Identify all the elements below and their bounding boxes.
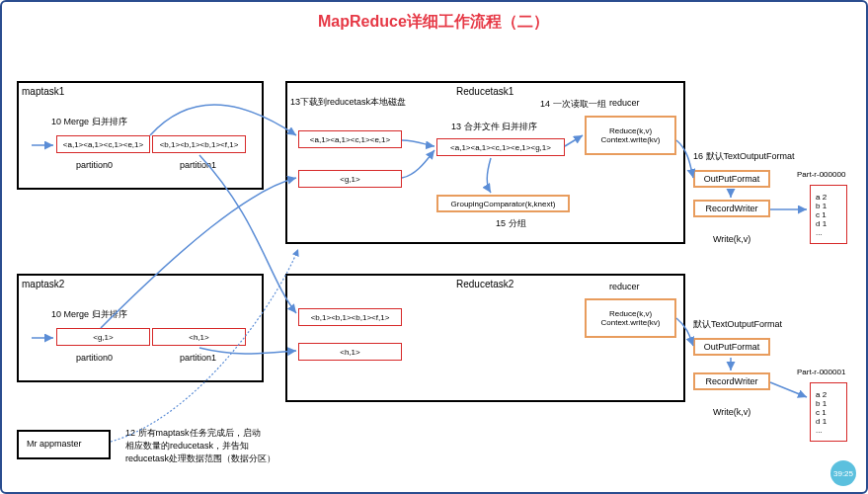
maptask1-part0-data: <a,1><a,1><c,1><e,1> xyxy=(56,135,150,153)
rt2-box1: <b,1><b,1><b,1><f,1> xyxy=(298,308,402,326)
maptask1-merge-label: 10 Merge 归并排序 xyxy=(51,116,127,128)
rt1-grouping: GroupingComparator(k,knext) xyxy=(436,195,570,212)
rt2-outfmt-label: 默认TextOutputFormat xyxy=(693,318,782,331)
rt2-reduce-fn: Reduce(k,v) Context.write(kv) xyxy=(585,298,676,338)
maptask2-part1-data: <h,1> xyxy=(152,328,246,346)
rt1-step13b: 13 合并文件 归并排序 xyxy=(451,121,537,133)
maptask2-label: maptask2 xyxy=(22,279,64,289)
rt2-partfile: Part-r-000001 xyxy=(797,368,845,376)
timestamp-badge: 39:25 xyxy=(830,460,856,486)
rt1-box1: <a,1><a,1><c,1><e,1> xyxy=(298,130,402,148)
maptask1-part1-data: <b,1><b,1><b,1><f,1> xyxy=(152,135,246,153)
rt1-write: Write(k,v) xyxy=(713,234,750,244)
reducetask2-container xyxy=(285,274,685,402)
appmaster-note: 12 所有maptask任务完成后，启动 相应数量的reducetask，并告知… xyxy=(125,427,276,465)
reducetask1-label: Reducetask1 xyxy=(456,86,513,97)
rt1-step15: 15 分组 xyxy=(496,217,526,230)
maptask2-merge-label: 10 Merge 归并排序 xyxy=(51,308,127,321)
rt1-merged: <a,1><a,1><c,1><e,1><g,1> xyxy=(436,138,565,156)
rt1-partfile: Part-r-000000 xyxy=(797,170,845,179)
rt1-recordwriter: RecordWriter xyxy=(693,200,770,217)
rt1-step13a: 13下载到reducetask本地磁盘 xyxy=(290,96,406,109)
rt1-output: a 2 b 1 c 1 d 1 ... xyxy=(810,185,847,244)
maptask2-p1-label: partition1 xyxy=(180,353,216,363)
rt1-outputformat: OutPutFormat xyxy=(693,170,770,188)
rt1-step14: 14 一次读取一组 xyxy=(540,98,606,111)
diagram-title: MapReduce详细工作流程（二） xyxy=(318,12,549,33)
appmaster-label: Mr appmaster xyxy=(27,439,82,449)
rt1-box2: <g,1> xyxy=(298,170,402,188)
maptask1-p0-label: partition0 xyxy=(76,160,113,170)
connector-arrows xyxy=(2,2,868,494)
maptask2-part0-data: <g,1> xyxy=(56,328,150,346)
rt1-reducer-label: reducer xyxy=(609,98,640,108)
rt2-output: a 2 b 1 c 1 d 1 ... xyxy=(810,382,847,442)
rt2-recordwriter: RecordWriter xyxy=(693,372,770,390)
rt2-outputformat: OutPutFormat xyxy=(693,338,770,356)
rt2-box2: <h,1> xyxy=(298,343,402,361)
maptask1-p1-label: partition1 xyxy=(180,160,216,170)
rt2-reducer-label: reducer xyxy=(609,282,640,291)
rt1-reduce-fn: Reduce(k,v) Context.write(kv) xyxy=(585,116,676,155)
maptask1-label: maptask1 xyxy=(22,86,64,97)
reducetask2-label: Reducetask2 xyxy=(456,279,513,289)
rt2-write: Write(k,v) xyxy=(713,407,750,417)
maptask2-p0-label: partition0 xyxy=(76,353,113,363)
rt1-step16: 16 默认TextOutputFormat xyxy=(693,150,795,163)
